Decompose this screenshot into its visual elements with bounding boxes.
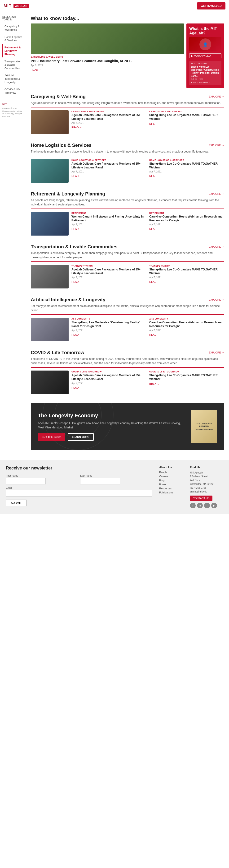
ai-explore-link[interactable]: EXPLORE bbox=[208, 298, 224, 301]
retirement-article-2-read-link[interactable]: READ bbox=[149, 227, 160, 230]
ai-article-1-read-link[interactable]: READ bbox=[71, 333, 82, 336]
ai-article-2: AI & LONGEVITY CareHive Consortium Hosts… bbox=[149, 318, 224, 343]
transportation-article-2-read-link[interactable]: READ bbox=[149, 280, 160, 283]
retirement-article-1-tag: RETIREMENT bbox=[71, 212, 146, 214]
home-article-1-date: Apr 7, 2021 bbox=[71, 170, 146, 173]
page-body: Research Topics: Caregiving & Well-Being… bbox=[0, 12, 229, 460]
sidebar-item-caregiving[interactable]: Caregiving & Well-Being bbox=[2, 23, 24, 33]
section-covid: COVID & Life Tomorrow EXPLORE The spread… bbox=[31, 350, 224, 396]
retirement-article-1-title: Women Caught In-Between and Facing Uncer… bbox=[71, 215, 146, 222]
caregiving-article-1-title: AgeLab Delivers Care Packages to Members… bbox=[71, 114, 146, 121]
retirement-main-image-container bbox=[31, 212, 69, 237]
submit-button[interactable]: SUBMIT bbox=[6, 500, 27, 506]
transportation-article-2-date: Apr 7, 2021 bbox=[149, 276, 224, 279]
contact-us-button[interactable]: CONTACT US bbox=[190, 496, 213, 501]
sidebar-item-retirement[interactable]: Retirement & Longevity Planning bbox=[2, 44, 24, 57]
home-main-image bbox=[31, 159, 69, 183]
sidebar-copyright: Copyright © 2021 Massachusetts Institute… bbox=[2, 107, 24, 118]
covid-article-1-read-link[interactable]: READ bbox=[71, 386, 82, 389]
retirement-explore-link[interactable]: EXPLORE bbox=[208, 192, 224, 195]
footer-link-publications[interactable]: Publications bbox=[159, 491, 183, 494]
home-article-2-title: Sheng-Hung Lee Co-Organizes MAKE TO:GATH… bbox=[149, 162, 224, 169]
name-row: First name Last name bbox=[6, 474, 152, 485]
agelab-watch-video-button[interactable]: ▶ WATCH VIDEO bbox=[189, 53, 221, 58]
covid-explore-link[interactable]: EXPLORE bbox=[208, 351, 224, 354]
last-name-input[interactable] bbox=[80, 478, 120, 485]
covid-article-2-read-link[interactable]: READ bbox=[149, 383, 160, 386]
sidebar: Research Topics: Caregiving & Well-Being… bbox=[0, 12, 26, 460]
book-text: THE LONGEVITY ECONOMY JOSEPH F. COUGHLIN bbox=[191, 422, 217, 432]
hero-title: What to know today... bbox=[31, 16, 224, 21]
hero-article-date: Apr 9, 2021 bbox=[31, 64, 184, 67]
email-input[interactable] bbox=[6, 490, 152, 497]
youtube-icon[interactable]: ▶ bbox=[211, 503, 217, 508]
footer-link-blog[interactable]: Blog bbox=[159, 479, 183, 482]
agelab-info-box: What is the MIT AgeLab? 👤 ▶ WATCH VIDEO bbox=[186, 24, 224, 88]
sidebar-title: Research Topics: bbox=[2, 16, 24, 21]
covid-articles: COVID & LIFE TOMORROW AgeLab Delivers Ca… bbox=[31, 371, 224, 396]
covid-article-2: COVID & LIFE TOMORROW Sheng-Hung Lee Co-… bbox=[149, 371, 224, 396]
transportation-main-image bbox=[31, 265, 69, 288]
twitter-icon[interactable]: t bbox=[204, 503, 210, 508]
footer-link-careers[interactable]: Careers bbox=[159, 475, 183, 478]
footer-address: MIT AgeLab1 Amherst Street2nd FloorCambr… bbox=[190, 471, 223, 494]
home-title: Home Logistics & Services bbox=[31, 143, 91, 148]
caregiving-article-1-read-link[interactable]: READ bbox=[71, 126, 82, 129]
retirement-article-2-date: Apr 7, 2021 bbox=[149, 223, 224, 226]
covid-main-image-container bbox=[31, 371, 69, 396]
transportation-articles: TRANSPORTATION AgeLab Delivers Care Pack… bbox=[31, 265, 224, 290]
footer-find-us-title: Find Us bbox=[190, 466, 223, 469]
first-name-input[interactable] bbox=[6, 478, 46, 485]
sidebar-item-transportation[interactable]: Transportation & Livable Communities bbox=[2, 58, 24, 71]
caregiving-articles: CAREGIVING & WELL-BEING AgeLab Delivers … bbox=[31, 110, 224, 135]
instagram-icon[interactable]: in bbox=[197, 503, 203, 508]
featured-mini-tag: AI & LONGEVITY bbox=[191, 63, 220, 65]
retirement-article-1-read-link[interactable]: READ bbox=[71, 227, 82, 230]
mit-footer-logo: MIT bbox=[2, 103, 24, 105]
caregiving-desc: AgeLab's research in health, well-being,… bbox=[31, 101, 224, 107]
get-involved-button[interactable]: GET INVOLVED bbox=[197, 2, 225, 9]
footer-about-title: About Us bbox=[159, 466, 183, 469]
home-article-2-read-link[interactable]: READ bbox=[149, 175, 160, 178]
home-main-image-container bbox=[31, 159, 69, 184]
retirement-articles: RETIREMENT Women Caught In-Between and F… bbox=[31, 212, 224, 237]
sidebar-item-covid[interactable]: COVID & Life Tomorrow bbox=[2, 86, 24, 96]
sidebar-item-home[interactable]: Home Logistics & Services bbox=[2, 34, 24, 44]
ai-article-1-date: Apr 7, 2021 bbox=[71, 329, 146, 332]
home-article-1-read-link[interactable]: READ bbox=[71, 175, 82, 178]
ai-article-1-title: Sheng-Hung Lee Moderates "Constructing R… bbox=[71, 321, 146, 328]
hero-articles-row: CAREGIVING & WELL-BEING PBS Documentary … bbox=[31, 24, 224, 88]
caregiving-article-2-read-link[interactable]: READ bbox=[149, 123, 160, 125]
retirement-desc: As people are living longer, retirement … bbox=[31, 198, 224, 209]
newsletter-form-title: Receive our newsletter bbox=[6, 466, 152, 471]
featured-mini-title: Sheng-Hung Lee Moderates "Constructing R… bbox=[191, 65, 220, 78]
last-name-label: Last name bbox=[80, 474, 152, 477]
home-article-1: HOME LOGISTICS & SERVICES AgeLab Deliver… bbox=[71, 159, 146, 184]
footer-link-people[interactable]: People bbox=[159, 471, 183, 474]
ai-article-2-read-link[interactable]: READ bbox=[149, 333, 160, 336]
banner-decoration-2 bbox=[43, 403, 114, 450]
facebook-icon[interactable]: f bbox=[190, 503, 196, 508]
transportation-explore-link[interactable]: EXPLORE bbox=[208, 245, 224, 248]
home-explore-link[interactable]: EXPLORE bbox=[208, 144, 224, 147]
first-name-group: First name bbox=[6, 474, 78, 485]
sidebar-item-ai[interactable]: Artificial Intelligence & Longevity bbox=[2, 72, 24, 85]
caregiving-article-2-title: Sheng-Hung Lee Co-Organizes MAKE TO:GATH… bbox=[149, 114, 224, 121]
footer-link-books[interactable]: Books bbox=[159, 483, 183, 486]
transportation-article-1: TRANSPORTATION AgeLab Delivers Care Pack… bbox=[71, 265, 146, 290]
transportation-article-1-date: Apr 7, 2021 bbox=[71, 276, 146, 279]
transportation-article-1-read-link[interactable]: READ bbox=[71, 280, 82, 283]
ai-desc: For many years after its establishment a… bbox=[31, 304, 224, 315]
hero-read-link[interactable]: READ bbox=[31, 68, 41, 71]
ai-article-1-tag: AI & LONGEVITY bbox=[71, 318, 146, 320]
agelab-box-title: What is the MIT AgeLab? bbox=[189, 26, 221, 35]
caregiving-explore-link[interactable]: EXPLORE bbox=[208, 95, 224, 98]
footer-link-resources[interactable]: Resources bbox=[159, 487, 183, 490]
last-name-group: Last name bbox=[80, 474, 152, 485]
home-article-1-tag: HOME LOGISTICS & SERVICES bbox=[71, 159, 146, 161]
featured-watch-video-link[interactable]: ▶ WATCH VIDEO → bbox=[191, 81, 220, 84]
hero-section: What to know today... CAREGIVING & WELL-… bbox=[31, 16, 224, 88]
retirement-title: Retirement & Longevity Planning bbox=[31, 191, 105, 197]
transportation-article-1-title: AgeLab Delivers Care Packages to Members… bbox=[71, 268, 146, 275]
ai-title: Artificial Intelligence & Longevity bbox=[31, 297, 106, 303]
